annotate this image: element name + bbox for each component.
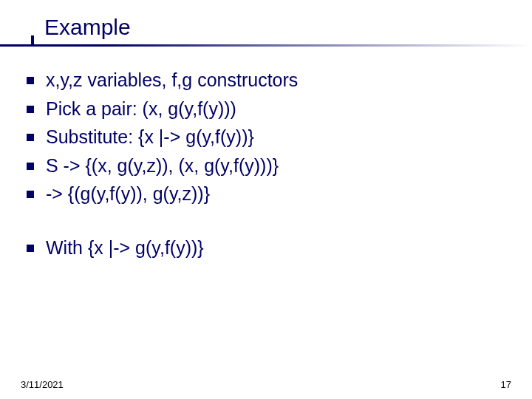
square-bullet-icon	[27, 77, 34, 84]
footer-date: 3/11/2021	[21, 379, 64, 390]
square-bullet-icon	[27, 245, 34, 252]
bullet-item: x,y,z variables, f,g constructors	[27, 68, 510, 92]
bullet-text: With {x |-> g(y,f(y))}	[46, 236, 204, 260]
square-bullet-icon	[27, 106, 34, 113]
bullet-text: Pick a pair: (x, g(y,f(y)))	[46, 97, 236, 121]
bullet-text: -> {(g(y,f(y)), g(y,z))}	[46, 182, 210, 206]
footer-page-number: 17	[501, 379, 511, 390]
bullet-item: -> {(g(y,f(y)), g(y,z))}	[27, 182, 510, 206]
title-underline	[0, 44, 532, 47]
square-bullet-icon	[27, 134, 34, 141]
content-area: x,y,z variables, f,g constructors Pick a…	[27, 68, 510, 264]
bullet-item: S -> {(x, g(y,z)), (x, g(y,f(y)))}	[27, 154, 510, 178]
slide-title-bar: Example	[44, 9, 532, 46]
footer: 3/11/2021 17	[21, 379, 511, 390]
title-tick	[31, 35, 34, 44]
bullet-text: S -> {(x, g(y,z)), (x, g(y,f(y)))}	[46, 154, 279, 178]
square-bullet-icon	[27, 163, 34, 170]
square-bullet-icon	[27, 191, 34, 198]
spacer	[27, 211, 510, 236]
bullet-item: Pick a pair: (x, g(y,f(y)))	[27, 97, 510, 121]
bullet-item: With {x |-> g(y,f(y))}	[27, 236, 510, 260]
bullet-text: Substitute: {x |-> g(y,f(y))}	[46, 125, 254, 149]
bullet-text: x,y,z variables, f,g constructors	[46, 68, 298, 92]
slide-title: Example	[44, 15, 131, 40]
bullet-item: Substitute: {x |-> g(y,f(y))}	[27, 125, 510, 149]
